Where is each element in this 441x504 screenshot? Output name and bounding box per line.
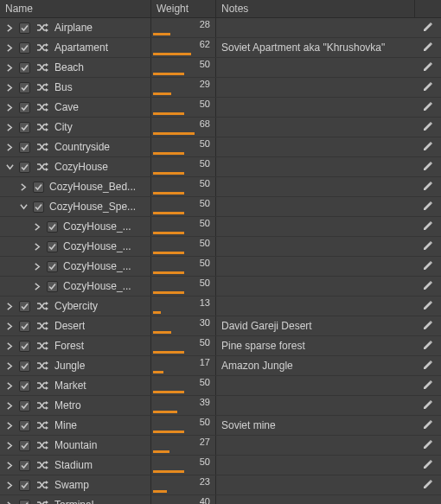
weight-cell[interactable]: 50 [151,376,216,395]
shuffle-icon[interactable] [35,419,49,431]
row-checkbox[interactable] [19,62,30,73]
chevron-right-icon[interactable] [31,280,43,292]
weight-cell[interactable]: 50 [151,416,216,435]
row-checkbox[interactable] [19,440,30,451]
row-checkbox[interactable] [19,42,30,54]
chevron-right-icon[interactable] [3,22,16,34]
table-row[interactable]: Terminal40 [0,495,441,504]
shuffle-icon[interactable] [35,41,49,54]
pencil-icon[interactable] [422,21,434,35]
table-row[interactable]: Mountain27 [0,436,441,456]
weight-cell[interactable]: 50 [151,257,216,276]
chevron-right-icon[interactable] [31,220,43,233]
pencil-icon[interactable] [422,200,434,214]
weight-cell[interactable]: 40 [151,495,216,504]
row-checkbox[interactable] [47,261,58,272]
weight-cell[interactable]: 28 [151,18,216,37]
shuffle-icon[interactable] [35,22,49,34]
row-checkbox[interactable] [19,341,30,352]
chevron-down-icon[interactable] [3,161,16,173]
pencil-icon[interactable] [422,259,434,274]
pencil-icon[interactable] [422,438,434,453]
notes-cell[interactable]: Pine sparse forest [216,340,415,352]
notes-cell[interactable]: Soviet mine [216,419,415,431]
row-checkbox[interactable] [47,281,58,292]
weight-cell[interactable]: 27 [151,436,216,455]
row-checkbox[interactable] [19,82,30,93]
weight-cell[interactable]: 50 [151,197,216,216]
pencil-icon[interactable] [422,180,434,195]
row-checkbox[interactable] [19,321,30,332]
row-checkbox[interactable] [19,360,30,372]
row-checkbox[interactable] [33,182,44,193]
pencil-icon[interactable] [422,379,434,393]
row-checkbox[interactable] [19,420,30,431]
weight-cell[interactable]: 50 [151,157,216,176]
pencil-icon[interactable] [422,478,434,493]
chevron-right-icon[interactable] [3,419,16,431]
weight-cell[interactable]: 30 [151,316,216,335]
column-header-name[interactable]: Name [0,0,151,17]
chevron-down-icon[interactable] [17,201,29,213]
shuffle-icon[interactable] [35,439,49,451]
weight-cell[interactable]: 50 [151,336,216,355]
row-checkbox[interactable] [19,400,30,411]
shuffle-icon[interactable] [35,161,49,173]
shuffle-icon[interactable] [35,61,49,73]
table-row[interactable]: Desert30David Gareji Desert [0,316,441,336]
row-checkbox[interactable] [33,201,44,213]
chevron-right-icon[interactable] [3,41,16,54]
pencil-icon[interactable] [422,359,434,373]
pencil-icon[interactable] [422,100,434,115]
table-row[interactable]: Forest50Pine sparse forest [0,336,441,356]
table-row[interactable]: Swamp23 [0,475,441,495]
chevron-right-icon[interactable] [3,300,16,312]
weight-cell[interactable]: 29 [151,78,216,97]
table-row[interactable]: Metro39 [0,396,441,416]
table-row[interactable]: Bus29 [0,78,441,98]
row-checkbox[interactable] [19,301,30,312]
row-checkbox[interactable] [19,22,30,34]
shuffle-icon[interactable] [35,300,49,312]
table-row[interactable]: Airplane28 [0,18,441,38]
table-row[interactable]: Market50 [0,376,441,396]
pencil-icon[interactable] [422,120,434,135]
weight-cell[interactable]: 50 [151,98,216,117]
shuffle-icon[interactable] [35,121,49,133]
table-row[interactable]: CozyHouse_Bed...50 [0,177,441,197]
pencil-icon[interactable] [422,239,434,254]
pencil-icon[interactable] [422,339,434,354]
table-row[interactable]: CozyHouse_Spe...50 [0,197,441,217]
shuffle-icon[interactable] [35,499,49,504]
shuffle-icon[interactable] [35,399,49,411]
chevron-right-icon[interactable] [3,479,16,491]
notes-cell[interactable]: David Gareji Desert [216,320,415,332]
pencil-icon[interactable] [422,299,434,314]
weight-cell[interactable]: 17 [151,356,216,375]
shuffle-icon[interactable] [35,459,49,471]
chevron-right-icon[interactable] [3,340,16,352]
chevron-right-icon[interactable] [3,121,16,133]
weight-cell[interactable]: 50 [151,237,216,256]
pencil-icon[interactable] [422,160,434,175]
column-header-notes[interactable]: Notes [216,0,415,17]
weight-cell[interactable]: 50 [151,137,216,156]
row-checkbox[interactable] [47,221,58,233]
table-row[interactable]: Apartament62Soviet Apartment aka "Khrush… [0,38,441,58]
pencil-icon[interactable] [422,319,434,334]
weight-cell[interactable]: 50 [151,58,216,77]
row-checkbox[interactable] [19,500,30,505]
row-checkbox[interactable] [47,241,58,252]
shuffle-icon[interactable] [35,141,49,153]
shuffle-icon[interactable] [35,360,49,372]
chevron-right-icon[interactable] [3,459,16,471]
chevron-right-icon[interactable] [3,61,16,73]
shuffle-icon[interactable] [35,479,49,491]
table-row[interactable]: CozyHouse_...50 [0,257,441,277]
row-checkbox[interactable] [19,162,30,173]
pencil-icon[interactable] [422,61,434,75]
row-checkbox[interactable] [19,102,30,113]
pencil-icon[interactable] [422,41,434,55]
pencil-icon[interactable] [422,279,434,294]
pencil-icon[interactable] [422,418,434,433]
